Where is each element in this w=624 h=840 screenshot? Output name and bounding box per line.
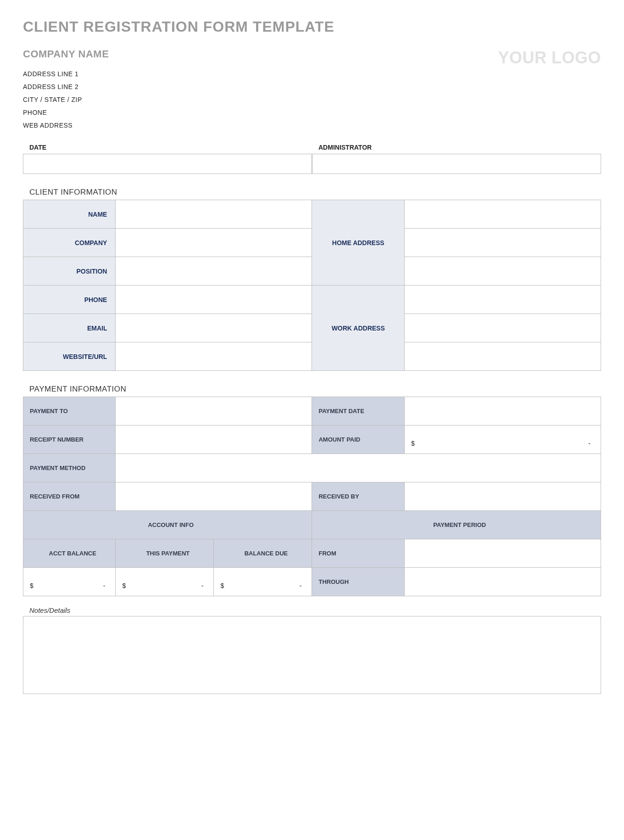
- client-name-input[interactable]: [116, 200, 312, 229]
- home-address-line3-input[interactable]: [404, 257, 601, 286]
- amount-paid-label: AMOUNT PAID: [312, 426, 404, 454]
- payment-period-header: PAYMENT PERIOD: [312, 511, 601, 539]
- company-address-block: ADDRESS LINE 1 ADDRESS LINE 2 CITY / STA…: [23, 67, 109, 132]
- page-title: CLIENT REGISTRATION FORM TEMPLATE: [23, 18, 601, 35]
- balance-due-input[interactable]: $ -: [214, 568, 312, 596]
- received-from-input[interactable]: [116, 482, 312, 511]
- date-input[interactable]: [23, 154, 312, 174]
- received-from-label: RECEIVED FROM: [23, 482, 116, 511]
- work-address-label: WORK ADDRESS: [312, 286, 404, 371]
- header-row: COMPANY NAME ADDRESS LINE 1 ADDRESS LINE…: [23, 48, 601, 144]
- client-name-label: NAME: [23, 200, 116, 229]
- payment-to-input[interactable]: [116, 397, 312, 426]
- client-company-label: COMPANY: [23, 229, 116, 257]
- administrator-label: ADMINISTRATOR: [312, 144, 601, 154]
- client-info-table: NAME HOME ADDRESS COMPANY POSITION PHONE…: [23, 200, 601, 371]
- client-website-input[interactable]: [116, 342, 312, 371]
- payment-method-input[interactable]: [116, 454, 601, 482]
- currency-symbol: $: [30, 582, 33, 589]
- empty-value-dash: -: [201, 582, 204, 589]
- balance-due-label: BALANCE DUE: [214, 539, 312, 568]
- administrator-input[interactable]: [312, 154, 601, 174]
- received-by-label: RECEIVED BY: [312, 482, 404, 511]
- client-phone-label: PHONE: [23, 286, 116, 314]
- home-address-line2-input[interactable]: [404, 229, 601, 257]
- client-phone-input[interactable]: [116, 286, 312, 314]
- address-line-1: ADDRESS LINE 1: [23, 67, 109, 80]
- payment-info-section-title: PAYMENT INFORMATION: [23, 385, 601, 394]
- empty-value-dash: -: [588, 440, 591, 447]
- currency-symbol: $: [122, 582, 126, 589]
- client-info-section-title: CLIENT INFORMATION: [23, 188, 601, 197]
- empty-value-dash: -: [103, 582, 106, 589]
- currency-symbol: $: [220, 582, 224, 589]
- received-by-input[interactable]: [404, 482, 601, 511]
- client-email-label: EMAIL: [23, 314, 116, 342]
- empty-value-dash: -: [300, 582, 302, 589]
- receipt-number-label: RECEIPT NUMBER: [23, 426, 116, 454]
- date-label: DATE: [23, 144, 312, 154]
- client-position-input[interactable]: [116, 257, 312, 286]
- address-web: WEB ADDRESS: [23, 119, 109, 132]
- period-through-input[interactable]: [404, 568, 601, 596]
- this-payment-input[interactable]: $ -: [116, 568, 214, 596]
- payment-method-label: PAYMENT METHOD: [23, 454, 116, 482]
- acct-balance-input[interactable]: $ -: [23, 568, 116, 596]
- receipt-number-input[interactable]: [116, 426, 312, 454]
- period-through-label: THROUGH: [312, 568, 404, 596]
- account-info-header: ACCOUNT INFO: [23, 511, 312, 539]
- amount-paid-input[interactable]: $ -: [404, 426, 601, 454]
- date-admin-row: DATE ADMINISTRATOR: [23, 144, 601, 174]
- currency-symbol: $: [411, 440, 415, 447]
- work-address-line3-input[interactable]: [404, 342, 601, 371]
- client-company-input[interactable]: [116, 229, 312, 257]
- payment-to-label: PAYMENT TO: [23, 397, 116, 426]
- client-email-input[interactable]: [116, 314, 312, 342]
- payment-date-label: PAYMENT DATE: [312, 397, 404, 426]
- client-position-label: POSITION: [23, 257, 116, 286]
- logo-placeholder: YOUR LOGO: [498, 48, 601, 67]
- acct-balance-label: ACCT BALANCE: [23, 539, 116, 568]
- address-line-2: ADDRESS LINE 2: [23, 80, 109, 93]
- client-website-label: WEBSITE/URL: [23, 342, 116, 371]
- address-city-state-zip: CITY / STATE / ZIP: [23, 93, 109, 106]
- period-from-input[interactable]: [404, 539, 601, 568]
- work-address-line2-input[interactable]: [404, 314, 601, 342]
- payment-date-input[interactable]: [404, 397, 601, 426]
- this-payment-label: THIS PAYMENT: [116, 539, 214, 568]
- payment-info-table: PAYMENT TO PAYMENT DATE RECEIPT NUMBER A…: [23, 397, 601, 596]
- address-phone: PHONE: [23, 106, 109, 119]
- notes-label: Notes/Details: [23, 606, 601, 614]
- work-address-line1-input[interactable]: [404, 286, 601, 314]
- company-name-heading: COMPANY NAME: [23, 48, 109, 60]
- home-address-line1-input[interactable]: [404, 200, 601, 229]
- home-address-label: HOME ADDRESS: [312, 200, 404, 286]
- period-from-label: FROM: [312, 539, 404, 568]
- notes-input[interactable]: [23, 616, 601, 694]
